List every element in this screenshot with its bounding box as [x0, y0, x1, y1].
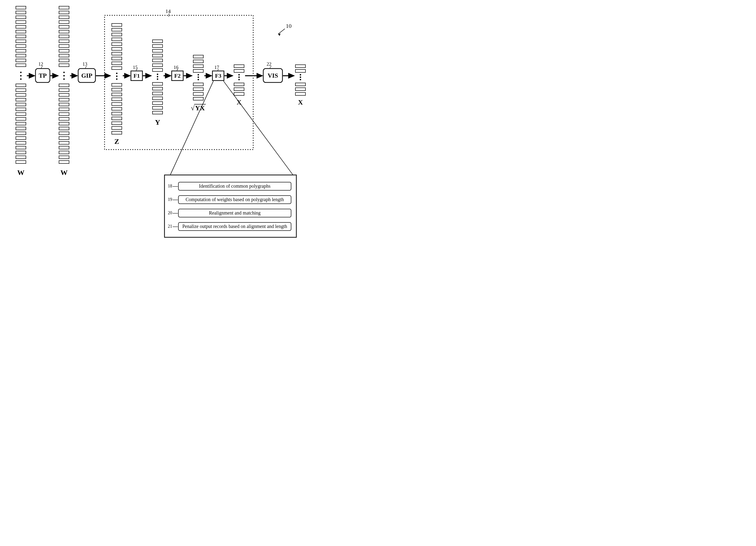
svg-rect-80 — [112, 88, 122, 91]
svg-rect-64 — [59, 156, 69, 159]
ref-dotted: 14 — [165, 8, 171, 14]
svg-rect-6 — [16, 35, 26, 38]
svg-rect-27 — [16, 137, 26, 140]
svg-rect-133 — [295, 88, 305, 91]
svg-rect-34 — [59, 11, 69, 14]
label-vis: VIS — [268, 72, 278, 79]
svg-rect-96 — [152, 69, 163, 71]
svg-rect-60 — [59, 137, 69, 140]
svg-rect-33 — [59, 6, 69, 9]
svg-rect-66 — [112, 24, 122, 26]
svg-rect-120 — [234, 70, 244, 72]
svg-rect-79 — [112, 83, 122, 86]
detail-box: Identification of common polygraphs 18 C… — [164, 175, 296, 237]
stack-x1: X — [234, 65, 244, 106]
stack-w1: W — [16, 6, 26, 177]
svg-rect-106 — [152, 111, 163, 114]
svg-rect-12 — [16, 64, 26, 67]
svg-rect-127 — [295, 65, 305, 68]
svg-rect-44 — [59, 59, 69, 62]
stack-w2: W — [59, 6, 69, 177]
svg-rect-116 — [193, 93, 203, 95]
svg-line-153 — [278, 29, 285, 34]
svg-rect-59 — [59, 132, 69, 135]
svg-rect-39 — [59, 35, 69, 38]
svg-rect-74 — [112, 62, 122, 65]
stack-y: Y — [152, 40, 163, 126]
svg-rect-86 — [112, 117, 122, 120]
svg-rect-36 — [59, 21, 69, 24]
step-19: Computation of weights based on polygrap… — [168, 196, 291, 204]
svg-rect-95 — [152, 64, 163, 67]
svg-rect-52 — [59, 98, 69, 101]
ref-step19: 19 — [168, 197, 172, 202]
svg-rect-25 — [16, 127, 26, 130]
svg-rect-11 — [16, 59, 26, 62]
svg-rect-37 — [59, 25, 69, 28]
svg-rect-49 — [59, 84, 69, 87]
svg-rect-93 — [152, 54, 163, 57]
svg-rect-55 — [59, 113, 69, 116]
label-f3: F3 — [215, 73, 222, 79]
system-ref: 10 — [278, 23, 292, 36]
svg-rect-23 — [16, 118, 26, 120]
svg-rect-40 — [59, 40, 69, 43]
svg-rect-17 — [16, 89, 26, 92]
label-x2: X — [298, 99, 303, 106]
svg-point-47 — [63, 75, 65, 77]
svg-rect-4 — [16, 25, 26, 28]
svg-rect-88 — [112, 127, 122, 130]
svg-point-121 — [238, 74, 240, 76]
svg-rect-16 — [16, 84, 26, 87]
svg-rect-3 — [16, 21, 26, 24]
svg-rect-9 — [16, 49, 26, 52]
box-f2: F2 16 — [172, 65, 183, 81]
svg-rect-2 — [16, 16, 26, 19]
svg-rect-83 — [112, 103, 122, 106]
svg-rect-105 — [152, 106, 163, 109]
svg-rect-35 — [59, 16, 69, 19]
svg-point-76 — [116, 73, 117, 74]
svg-point-15 — [20, 78, 22, 80]
svg-rect-100 — [152, 83, 163, 85]
step-text-19: Computation of weights based on polygrap… — [186, 197, 284, 202]
stack-sqrtyx: √ YX — [191, 55, 206, 112]
svg-rect-65 — [59, 161, 69, 164]
svg-rect-101 — [152, 87, 163, 90]
svg-rect-5 — [16, 30, 26, 33]
svg-point-130 — [300, 77, 301, 78]
svg-point-129 — [300, 74, 301, 76]
svg-rect-22 — [16, 113, 26, 116]
svg-rect-114 — [193, 83, 203, 86]
svg-point-111 — [198, 74, 199, 76]
svg-point-122 — [238, 77, 240, 78]
svg-rect-10 — [16, 54, 26, 57]
svg-rect-70 — [112, 43, 122, 46]
label-w2: W — [60, 169, 68, 177]
stack-x2: X — [295, 65, 305, 106]
label-gip: GIP — [81, 72, 92, 79]
box-f3: F3 17 — [212, 65, 224, 81]
box-f1: F1 15 — [131, 65, 142, 81]
svg-point-14 — [20, 75, 22, 77]
svg-rect-81 — [112, 93, 122, 96]
label-f2: F2 — [174, 73, 181, 79]
svg-rect-62 — [59, 146, 69, 149]
svg-rect-134 — [295, 93, 305, 95]
svg-rect-104 — [152, 102, 163, 105]
svg-rect-110 — [193, 70, 203, 72]
svg-rect-94 — [152, 59, 163, 62]
svg-rect-91 — [152, 45, 163, 47]
ref-tp: 12 — [38, 61, 43, 67]
svg-rect-132 — [295, 83, 305, 86]
svg-rect-31 — [16, 156, 26, 159]
svg-rect-82 — [112, 98, 122, 101]
label-sqrt-symbol: √ — [191, 104, 195, 112]
svg-point-98 — [157, 76, 158, 77]
svg-point-123 — [238, 79, 240, 80]
svg-rect-124 — [234, 83, 244, 86]
box-tp: TP 12 — [35, 61, 50, 83]
svg-rect-125 — [234, 88, 244, 91]
svg-rect-75 — [112, 67, 122, 70]
svg-rect-128 — [295, 70, 305, 72]
